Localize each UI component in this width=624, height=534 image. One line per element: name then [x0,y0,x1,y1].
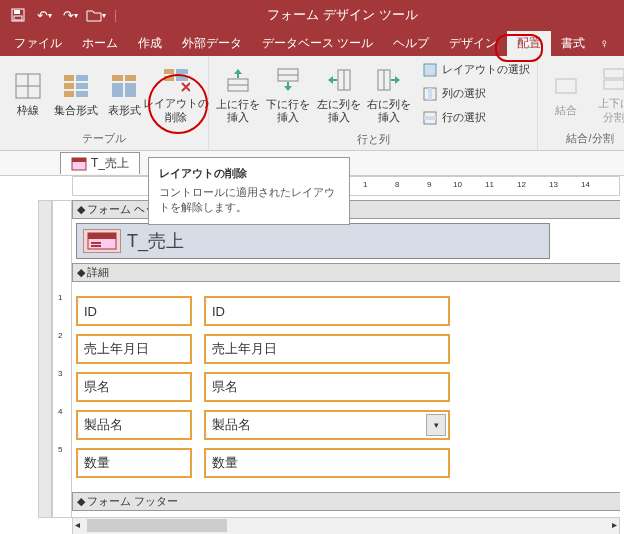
svg-rect-37 [72,158,86,162]
highlight-circle-active-tab [495,34,543,62]
stacked-icon [62,70,90,102]
tooltip-body: コントロールに適用されたレイアウトを解除します。 [159,185,339,216]
form-header-box[interactable]: T_売上 [76,223,550,259]
svg-rect-2 [14,16,22,20]
gridlines-button[interactable]: 枠線 [4,68,52,119]
field-control[interactable]: 数量 [204,448,450,478]
design-surface[interactable]: ◆フォーム ヘッダー T_売上 ◆詳細 IDID売上年月日売上年月日県名県名製品… [72,200,620,518]
field-label[interactable]: ID [76,296,192,326]
field-label[interactable]: 売上年月日 [76,334,192,364]
svg-rect-7 [76,75,88,81]
tabular-icon [110,70,138,102]
svg-rect-10 [64,91,74,97]
field-row: 製品名製品名▾ [76,410,620,440]
section-expand-icon: ◆ [77,203,85,216]
select-column-button[interactable]: 列の選択 [418,82,533,106]
svg-rect-40 [91,242,101,244]
menu-データベース ツール[interactable]: データベース ツール [252,31,383,56]
svg-rect-9 [76,83,88,89]
svg-rect-12 [112,75,123,81]
context-tab-title: フォーム デザイン ツール [121,6,624,24]
svg-rect-41 [91,245,101,247]
field-control[interactable]: 県名 [204,372,450,402]
svg-rect-39 [88,233,116,239]
svg-rect-14 [112,83,123,97]
field-row: 数量数量 [76,448,620,478]
svg-rect-11 [76,91,88,97]
field-label[interactable]: 数量 [76,448,192,478]
menu-ホーム[interactable]: ホーム [72,31,128,56]
section-expand-icon: ◆ [77,266,85,279]
svg-rect-28 [424,64,436,76]
field-label[interactable]: 県名 [76,372,192,402]
insert-above-icon [225,64,251,96]
qat-open-icon[interactable]: ▾ [84,3,108,27]
select-row-icon [421,110,439,126]
svg-rect-32 [424,116,436,120]
form-logo-icon [83,229,121,253]
form-title-label: T_売上 [127,229,184,253]
form-icon [71,157,87,171]
detail-section-bar[interactable]: ◆詳細 [72,263,620,282]
stacked-button[interactable]: 集合形式 [52,68,100,119]
menu-作成[interactable]: 作成 [128,31,172,56]
scrollbar-thumb[interactable] [87,519,227,532]
svg-rect-15 [125,83,136,97]
qat-undo-icon[interactable]: ↶▾ [32,3,56,27]
select-row-button[interactable]: 行の選択 [418,106,533,130]
svg-rect-35 [604,80,624,89]
document-tab[interactable]: T_売上 [60,152,140,174]
menu-ヘルプ[interactable]: ヘルプ [383,31,439,56]
group-rowscols-label: 行と列 [213,130,533,149]
tell-me-icon[interactable]: ♀ [595,36,613,51]
svg-rect-30 [428,88,432,100]
merge-button: 結合 [542,68,590,119]
svg-rect-8 [64,83,74,89]
menu-外部データ[interactable]: 外部データ [172,31,252,56]
field-row: 県名県名 [76,372,620,402]
form-footer-section-bar[interactable]: ◆フォーム フッター [72,492,620,511]
scrollbar-horizontal[interactable]: ◂▸ [72,517,620,534]
insert-left-icon [326,64,352,96]
section-selector-bar[interactable] [38,200,52,518]
menu-書式[interactable]: 書式 [551,31,595,56]
insert-below-icon [275,64,301,96]
tooltip: レイアウトの削除 コントロールに適用されたレイアウトを解除します。 [148,157,350,225]
tooltip-title: レイアウトの削除 [159,166,339,181]
svg-rect-34 [604,69,624,78]
ruler-vertical: 1 2 3 4 5 [52,200,72,518]
group-merge-label: 結合/分割 [542,129,624,148]
tabular-button[interactable]: 表形式 [100,68,148,119]
field-label[interactable]: 製品名 [76,410,192,440]
svg-rect-13 [125,75,136,81]
select-layout-icon [421,62,439,78]
insert-below-button[interactable]: 下に行を 挿入 [263,62,313,126]
split-vertical-button: 上下に 分割 [590,61,624,125]
svg-rect-6 [64,75,74,81]
field-control[interactable]: ID [204,296,450,326]
select-column-icon [421,86,439,102]
qat-redo-icon[interactable]: ↷▾ [58,3,82,27]
svg-rect-33 [556,79,576,93]
split-v-icon [601,63,624,95]
grid-icon [14,70,42,102]
field-row: 売上年月日売上年月日 [76,334,620,364]
field-row: IDID [76,296,620,326]
field-control[interactable]: 製品名▾ [204,410,450,440]
section-expand-icon: ◆ [77,495,85,508]
field-control[interactable]: 売上年月日 [204,334,450,364]
highlight-circle-remove-layout [148,74,208,134]
insert-right-icon [376,64,402,96]
svg-rect-1 [14,10,20,14]
insert-left-button[interactable]: 左に列を 挿入 [314,62,364,126]
insert-above-button[interactable]: 上に行を 挿入 [213,62,263,126]
insert-right-button[interactable]: 右に列を 挿入 [364,62,414,126]
merge-icon [553,70,579,102]
combo-arrow-icon[interactable]: ▾ [426,414,446,436]
menu-ファイル[interactable]: ファイル [4,31,72,56]
qat-save-icon[interactable] [6,3,30,27]
